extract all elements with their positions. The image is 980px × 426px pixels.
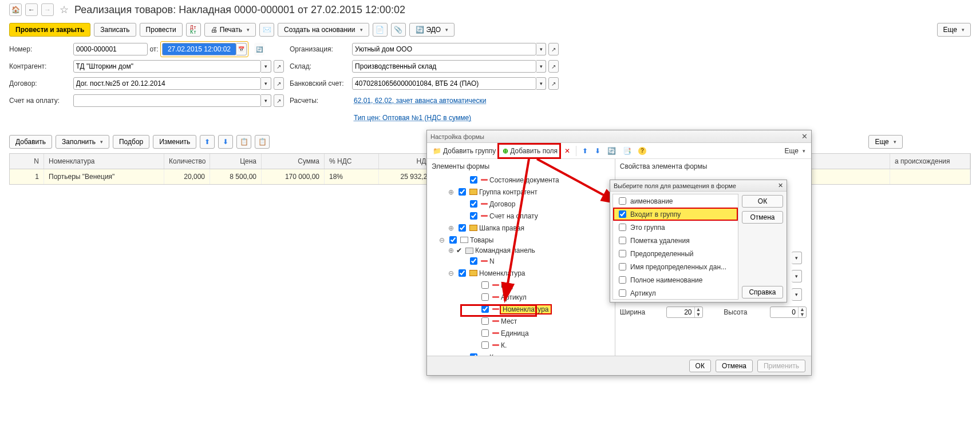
col-origin: а происхождения [890, 154, 970, 169]
counterparty-input[interactable] [73, 60, 262, 73]
move-down-button[interactable]: ⬇ [218, 135, 233, 149]
col-nomenclature: Номенклатура [44, 154, 164, 169]
price-type-link[interactable]: Тип цен: Оптовая №1 (НДС в сумме) [354, 114, 471, 122]
col-price: Цена [210, 154, 262, 169]
contract-open[interactable]: ↗ [274, 77, 284, 90]
post-button[interactable]: Провести [140, 23, 183, 37]
copy-icon[interactable]: 📑 [621, 146, 634, 156]
invoice-label: Счет на оплату: [9, 97, 73, 105]
copy-button-2[interactable]: 📋 [255, 135, 270, 149]
settings-more-dropdown[interactable]: Еще [783, 146, 808, 156]
add-group-button[interactable]: 📁Добавить группу [430, 146, 498, 156]
copy-button-1[interactable]: 📋 [236, 135, 251, 149]
tree-nomenclature-selected[interactable]: Номенклатура [501, 305, 551, 313]
prop-dropdown-3[interactable]: ▾ [792, 288, 802, 301]
number-input[interactable] [73, 43, 148, 55]
calendar-button[interactable]: 📅 [236, 43, 247, 55]
warehouse-label: Склад: [290, 62, 352, 70]
page-title: Реализация товаров: Накладная 0000-00000… [74, 4, 405, 16]
contract-label: Договор: [9, 79, 73, 87]
move-down-icon[interactable]: ⬇ [592, 146, 603, 156]
print-dropdown[interactable]: 🖨 Печать [204, 23, 256, 37]
select-button[interactable]: Подбор [113, 135, 149, 149]
number-label: Номер: [9, 45, 73, 53]
org-label: Организация: [290, 45, 352, 53]
bank-label: Банковский счет: [290, 79, 352, 87]
structure-button[interactable]: 📄 [373, 23, 388, 37]
move-up-icon[interactable]: ⬆ [580, 146, 590, 156]
edo-dropdown[interactable]: 🔄 ЭДО [409, 23, 455, 37]
prop-dropdown-2[interactable]: ▾ [792, 270, 802, 282]
invoice-input[interactable] [73, 94, 262, 107]
save-button[interactable]: Записать [94, 23, 136, 37]
add-fields-button[interactable]: ⊕Добавить поля [500, 146, 560, 156]
select-fields-dialog: Выберите поля для размещения в форме ✕ а… [610, 180, 787, 302]
height-label: Высота [724, 308, 768, 316]
settings-cancel-button[interactable]: Отмена [716, 360, 753, 372]
bank-input[interactable] [352, 77, 536, 90]
sub-cancel-button[interactable]: Отмена [742, 211, 783, 224]
change-button[interactable]: Изменить [153, 135, 196, 149]
settings-ok-button[interactable]: ОК [689, 360, 711, 372]
settings-apply-button[interactable]: Применить [757, 360, 805, 372]
calc-label: Расчеты: [290, 97, 354, 105]
select-fields-title: Выберите поля для размещения в форме [614, 182, 736, 189]
invoice-open[interactable]: ↗ [274, 94, 284, 107]
from-label: от: [148, 45, 160, 53]
org-open[interactable]: ↗ [548, 43, 559, 55]
element-properties-title: Свойства элемента формы [618, 161, 809, 174]
width-label: Ширина [620, 308, 664, 316]
warehouse-dropdown[interactable]: ▾ [536, 60, 547, 73]
col-quantity: Количество [164, 154, 210, 169]
home-button[interactable]: 🏠 [9, 3, 22, 16]
warehouse-open[interactable]: ↗ [548, 60, 559, 73]
help-icon[interactable]: ? [636, 146, 649, 156]
sub-help-button[interactable]: Справка [742, 286, 783, 298]
height-spinner[interactable]: ▲▼ [770, 306, 807, 318]
counterparty-dropdown[interactable]: ▾ [261, 60, 271, 73]
contract-dropdown[interactable]: ▾ [261, 77, 271, 90]
col-sum: Сумма [262, 154, 325, 169]
forward-button[interactable]: → [41, 3, 54, 16]
warehouse-input[interactable] [352, 60, 536, 73]
add-row-button[interactable]: Добавить [9, 135, 52, 149]
col-nds-percent: % НДС [325, 154, 379, 169]
select-fields-close-icon[interactable]: ✕ [778, 182, 783, 189]
refresh-tree-icon[interactable]: 🔄 [605, 146, 618, 156]
email-button[interactable]: ✉️ [259, 23, 274, 37]
dtkt-button[interactable]: ДтКт [186, 23, 201, 37]
col-n: N [10, 154, 44, 169]
counterparty-open[interactable]: ↗ [274, 60, 284, 73]
org-input[interactable] [352, 43, 536, 55]
field-in-group-row: Входит в группу [613, 208, 738, 221]
prop-dropdown-1[interactable]: ▾ [792, 252, 802, 264]
counterparty-label: Контрагент: [9, 62, 73, 70]
sub-ok-button[interactable]: ОК [742, 195, 783, 208]
form-elements-title: Элементы формы [429, 161, 612, 174]
favorite-icon[interactable]: ☆ [60, 3, 69, 16]
invoice-dropdown[interactable]: ▾ [261, 94, 271, 107]
dialog-close-icon[interactable]: ✕ [801, 132, 808, 141]
contract-input[interactable] [73, 77, 262, 90]
delete-button[interactable]: ✕ [562, 146, 572, 156]
fill-dropdown[interactable]: Заполнить [56, 135, 109, 149]
date-input[interactable] [162, 43, 236, 55]
calc-link[interactable]: 62.01, 62.02, зачет аванса автоматически [354, 97, 486, 105]
post-and-close-button[interactable]: Провести и закрыть [9, 23, 90, 37]
back-button[interactable]: ← [25, 3, 38, 16]
available-fields-list[interactable]: аименование Входит в группу Это группа П… [612, 194, 738, 300]
bank-open[interactable]: ↗ [548, 77, 559, 90]
attach-button[interactable]: 📎 [391, 23, 406, 37]
width-spinner[interactable]: ▲▼ [666, 306, 703, 318]
more-dropdown[interactable]: Еще [937, 23, 971, 37]
table-more-dropdown[interactable]: Еще [868, 135, 902, 149]
create-based-dropdown[interactable]: Создать на основании [278, 23, 369, 37]
bank-dropdown[interactable]: ▾ [536, 77, 547, 90]
move-up-button[interactable]: ⬆ [200, 135, 215, 149]
dialog-title: Настройка формы [430, 133, 484, 140]
org-dropdown[interactable]: ▾ [536, 43, 547, 55]
refresh-icon[interactable]: 🔄 [254, 43, 264, 55]
